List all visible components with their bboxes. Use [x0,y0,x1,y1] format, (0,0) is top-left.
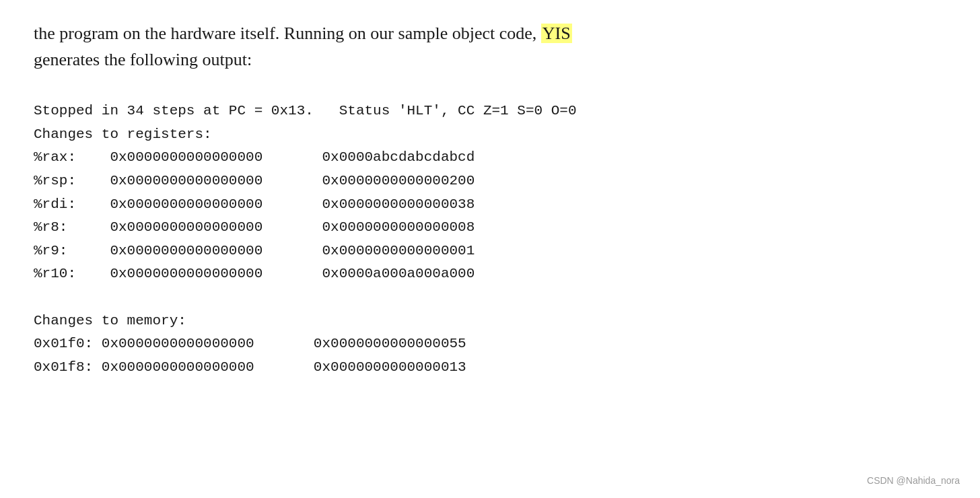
code-line: %r9: 0x0000000000000000 0x00000000000000… [34,240,946,263]
code-line: %rsp: 0x0000000000000000 0x0000000000000… [34,170,946,193]
code-line: %rdi: 0x0000000000000000 0x0000000000000… [34,193,946,217]
code-line: Stopped in 34 steps at PC = 0x13. Status… [34,100,946,123]
code-line: Changes to registers: [34,123,946,147]
yis-highlight: YIS [541,24,572,43]
code-line: 0x01f8: 0x0000000000000000 0x00000000000… [34,356,946,380]
intro-paragraph: the program on the hardware itself. Runn… [34,20,946,73]
code-line: Changes to memory: [34,310,946,333]
code-line: %r10: 0x0000000000000000 0x0000a000a000a… [34,262,946,286]
code-line: 0x01f0: 0x0000000000000000 0x00000000000… [34,332,946,356]
code-output-block: Stopped in 34 steps at PC = 0x13. Status… [34,100,946,380]
intro-text-before: the program on the hardware itself. Runn… [34,24,541,43]
code-line: %rax: 0x0000000000000000 0x0000abcdabcda… [34,146,946,170]
watermark: CSDN @Nahida_nora [867,475,960,486]
code-line [34,286,946,310]
code-line: %r8: 0x0000000000000000 0x00000000000000… [34,216,946,240]
intro-text-second-line: generates the following output: [34,50,252,69]
page-container: the program on the hardware itself. Runn… [0,0,980,498]
